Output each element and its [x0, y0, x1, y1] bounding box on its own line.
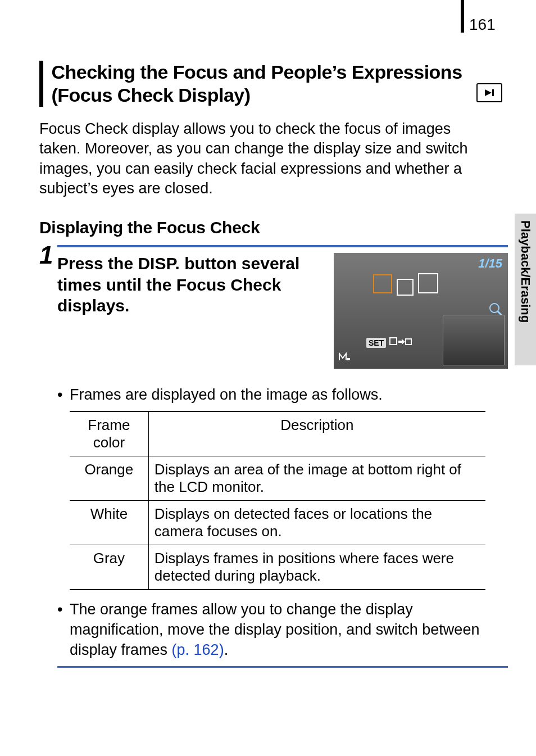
playback-mode-icon: [476, 83, 502, 102]
svg-rect-1: [492, 89, 494, 96]
step-text-before: Press the: [57, 254, 138, 273]
svg-rect-6: [406, 339, 411, 345]
table-header-col1: Frame color: [70, 411, 148, 456]
svg-rect-4: [390, 338, 397, 345]
frame-color-table: Frame color Description Orange Displays …: [70, 411, 485, 590]
table-row: Gray Displays frames in positions where …: [70, 545, 485, 590]
frame-color-cell: Gray: [70, 545, 148, 590]
table-row: White Displays on detected faces or loca…: [70, 500, 485, 545]
table-row: Orange Displays an area of the image at …: [70, 456, 485, 500]
bullet-2-before: The orange frames allow you to change th…: [70, 601, 479, 659]
step-bottom-rule: [57, 666, 508, 668]
subheading: Displaying the Focus Check: [39, 218, 508, 237]
frame-desc-cell: Displays on detected faces or locations …: [148, 500, 485, 545]
section-heading: Checking the Focus and People’s Expressi…: [39, 61, 508, 107]
bullet-2-text: The orange frames allow you to change th…: [70, 599, 508, 660]
page-reference-link[interactable]: (p. 162): [172, 641, 224, 658]
page-number: 161: [469, 16, 496, 34]
table-header-row: Frame color Description: [70, 411, 485, 456]
step-number: 1: [39, 243, 57, 268]
heading-title: Checking the Focus and People’s Expressi…: [51, 61, 508, 107]
set-button-label: SET: [366, 338, 386, 348]
bullet-dot: •: [57, 384, 70, 405]
bullet-dot: •: [57, 599, 70, 660]
frame-switch-icon: [389, 337, 412, 348]
camera-lcd-screenshot: 1/15 SET: [334, 253, 508, 369]
intro-paragraph: Focus Check display allows you to check …: [39, 119, 489, 200]
focus-check-inset: [443, 315, 505, 365]
bullet-1-text: Frames are displayed on the image as fol…: [70, 384, 508, 405]
frame-desc-cell: Displays an area of the image at bottom …: [148, 456, 485, 500]
section-tab-label: Playback/Erasing: [518, 220, 533, 323]
step-instruction: Press the DISP. button several times unt…: [57, 253, 322, 369]
table-header-col2: Description: [148, 411, 485, 456]
svg-marker-5: [398, 339, 405, 345]
svg-rect-7: [347, 358, 350, 360]
frame-desc-cell: Displays frames in positions where faces…: [148, 545, 485, 590]
svg-point-2: [490, 304, 499, 313]
bullet-2-after: .: [224, 641, 229, 658]
image-counter: 1/15: [478, 256, 502, 271]
disp-button-label: DISP.: [138, 254, 180, 273]
frame-color-cell: White: [70, 500, 148, 545]
svg-marker-0: [485, 89, 492, 96]
page-top-rule: [461, 0, 464, 33]
quality-indicator-icon: [338, 351, 351, 364]
heading-bar: [39, 61, 43, 107]
frame-color-cell: Orange: [70, 456, 148, 500]
